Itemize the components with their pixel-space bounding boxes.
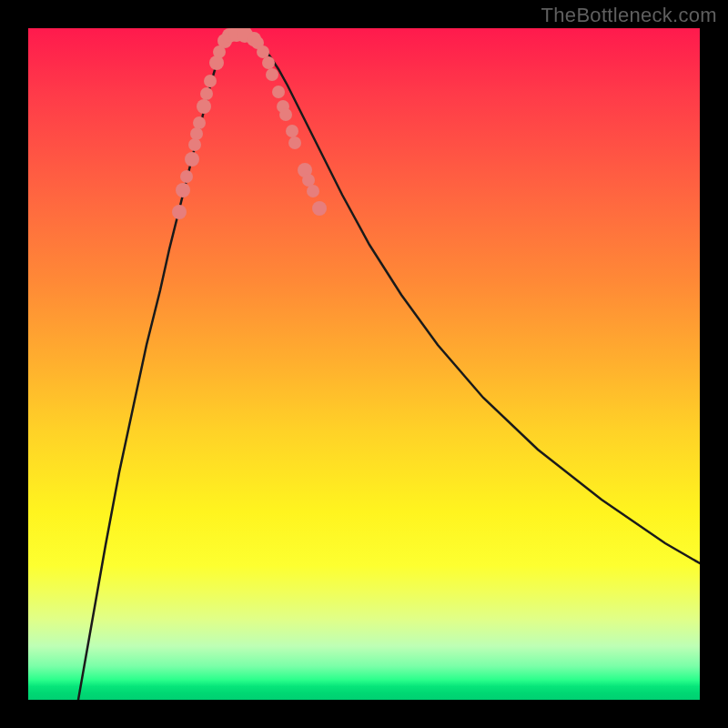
marker-point xyxy=(272,86,285,98)
marker-point xyxy=(176,183,190,197)
marker-point xyxy=(172,205,187,219)
plot-area xyxy=(28,28,700,700)
curve-left-branch xyxy=(78,33,233,700)
marker-point xyxy=(197,99,211,114)
marker-point xyxy=(185,152,199,167)
marker-layer xyxy=(172,28,327,219)
marker-point xyxy=(279,108,292,121)
chart-frame: TheBottleneck.com xyxy=(0,0,728,728)
marker-point xyxy=(180,170,193,183)
curve-right-branch xyxy=(233,33,700,563)
marker-point xyxy=(286,125,298,137)
marker-point xyxy=(266,68,278,81)
marker-point xyxy=(190,127,203,140)
marker-point xyxy=(288,136,301,149)
chart-svg xyxy=(28,28,700,700)
marker-point xyxy=(257,46,269,58)
marker-point xyxy=(200,87,213,100)
marker-point xyxy=(262,56,275,69)
marker-point xyxy=(302,174,315,187)
watermark-text: TheBottleneck.com xyxy=(541,4,717,27)
marker-point xyxy=(188,138,201,151)
marker-point xyxy=(307,185,319,197)
curve-layer xyxy=(78,33,700,700)
marker-point xyxy=(204,75,217,87)
marker-point xyxy=(193,116,206,129)
marker-point xyxy=(312,201,327,216)
